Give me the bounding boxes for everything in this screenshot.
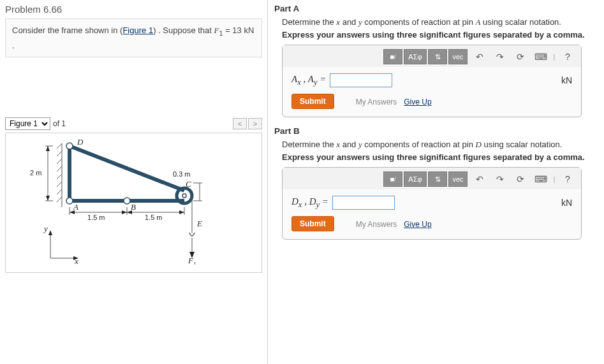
tb-reset-icon[interactable]: ⟳ bbox=[511, 171, 530, 187]
problem-title: Problem 6.66 bbox=[5, 4, 262, 15]
tb-vec-icon[interactable]: vec bbox=[448, 171, 468, 187]
axis-y: y bbox=[43, 224, 48, 233]
part-a-submit-button[interactable]: Submit bbox=[291, 94, 334, 109]
dim-h: 2 m bbox=[30, 169, 41, 177]
svg-marker-30 bbox=[122, 210, 127, 214]
part-a-answer-box: ■√ ΑΣφ ⇅ vec ↶ ↷ ⟳ ⌨ | ? Ax , Ay = kN bbox=[282, 45, 582, 117]
svg-line-10 bbox=[70, 146, 184, 191]
svg-line-8 bbox=[57, 197, 62, 202]
figure-count: of 1 bbox=[53, 119, 66, 128]
svg-line-1 bbox=[57, 143, 62, 149]
label-A: A bbox=[73, 202, 78, 212]
tb-undo-icon[interactable]: ↶ bbox=[470, 49, 489, 64]
tb-greek-icon[interactable]: ΑΣφ bbox=[404, 171, 427, 187]
label-B: B bbox=[131, 202, 136, 212]
tb-keyboard-icon[interactable]: ⌨ bbox=[531, 49, 550, 64]
tb-vec-icon[interactable]: vec bbox=[448, 49, 468, 64]
problem-statement: Consider the frame shown in (Figure 1) .… bbox=[5, 18, 262, 57]
label-C: C bbox=[186, 179, 191, 189]
part-b-give-up[interactable]: Give Up bbox=[404, 220, 431, 229]
label-E: E bbox=[196, 219, 202, 228]
dim-s1: 1.5 m bbox=[87, 214, 105, 221]
part-a: Part A Determine the x and y components … bbox=[274, 4, 598, 117]
dim-t: 0.3 m bbox=[173, 170, 191, 178]
svg-marker-40 bbox=[48, 230, 52, 235]
tb-sep: | bbox=[552, 171, 557, 187]
part-a-instr: Express your answers using three signifi… bbox=[282, 30, 598, 40]
svg-line-5 bbox=[57, 174, 62, 179]
part-b: Part B Determine the x and y components … bbox=[274, 126, 598, 240]
part-b-answer-box: ■√ ΑΣφ ⇅ vec ↶ ↷ ⟳ ⌨ | ? Dx , Dy = kN bbox=[282, 167, 582, 240]
part-a-title: Part A bbox=[274, 4, 598, 13]
tb-greek-icon[interactable]: ΑΣφ bbox=[404, 49, 427, 64]
part-b-input[interactable] bbox=[332, 196, 395, 210]
tb-templates-icon[interactable]: ■√ bbox=[383, 171, 402, 187]
part-b-title: Part B bbox=[274, 126, 598, 136]
problem-dot: . bbox=[12, 41, 15, 50]
tb-undo-icon[interactable]: ↶ bbox=[470, 171, 489, 187]
tb-sep: | bbox=[552, 49, 557, 64]
part-a-desc: Determine the x and y components of reac… bbox=[282, 17, 598, 27]
problem-text-post: ) . Suppose that bbox=[153, 25, 214, 35]
label-D: D bbox=[77, 137, 84, 147]
svg-line-7 bbox=[57, 189, 62, 194]
figure-nav-bar: Figure 1 of 1 < > bbox=[5, 117, 262, 130]
svg-point-18 bbox=[124, 198, 130, 204]
svg-line-6 bbox=[57, 182, 62, 187]
svg-line-2 bbox=[57, 151, 62, 156]
part-b-my-answers: My Answers bbox=[356, 220, 397, 229]
svg-marker-22 bbox=[46, 196, 50, 201]
figure-select[interactable]: Figure 1 bbox=[5, 117, 50, 130]
svg-point-17 bbox=[66, 198, 73, 204]
tb-updown-icon[interactable]: ⇅ bbox=[428, 171, 447, 187]
figure-link[interactable]: Figure 1 bbox=[122, 25, 153, 35]
svg-line-3 bbox=[57, 159, 62, 164]
part-b-desc: Determine the x and y components of reac… bbox=[282, 140, 598, 150]
toolbar-a: ■√ ΑΣφ ⇅ vec ↶ ↷ ⟳ ⌨ | ? bbox=[283, 45, 581, 67]
tb-help-icon[interactable]: ? bbox=[558, 171, 577, 187]
svg-marker-35 bbox=[179, 210, 184, 214]
part-a-input[interactable] bbox=[330, 73, 392, 87]
svg-point-16 bbox=[66, 143, 73, 149]
tb-reset-icon[interactable]: ⟳ bbox=[511, 49, 530, 64]
svg-line-4 bbox=[57, 166, 62, 171]
svg-marker-21 bbox=[46, 146, 50, 151]
part-b-lhs: Dx , Dy = bbox=[291, 196, 328, 210]
toolbar-b: ■√ ΑΣφ ⇅ vec ↶ ↷ ⟳ ⌨ | ? bbox=[283, 168, 581, 189]
tb-redo-icon[interactable]: ↷ bbox=[490, 49, 510, 64]
dim-s2: 1.5 m bbox=[145, 214, 163, 221]
tb-help-icon[interactable]: ? bbox=[558, 49, 577, 64]
svg-point-19 bbox=[182, 194, 186, 198]
figure-panel: 2 m 0.3 m 1.5 m 1.5 m y x bbox=[5, 133, 262, 273]
tb-templates-icon[interactable]: ■√ bbox=[383, 49, 402, 64]
figure-prev-button[interactable]: < bbox=[233, 118, 247, 129]
part-b-submit-button[interactable]: Submit bbox=[291, 216, 334, 231]
axis-x: x bbox=[74, 256, 78, 265]
tb-updown-icon[interactable]: ⇅ bbox=[428, 49, 447, 64]
tb-redo-icon[interactable]: ↷ bbox=[490, 171, 510, 187]
part-a-give-up[interactable]: Give Up bbox=[404, 98, 431, 106]
problem-text-pre: Consider the frame shown in ( bbox=[12, 25, 122, 35]
part-a-lhs: Ax , Ay = bbox=[291, 74, 326, 87]
figure-next-button[interactable]: > bbox=[248, 118, 262, 129]
part-b-unit: kN bbox=[561, 198, 572, 208]
tb-keyboard-icon[interactable]: ⌨ bbox=[531, 171, 550, 187]
part-a-my-answers: My Answers bbox=[356, 98, 397, 106]
label-F1: F1 bbox=[188, 256, 196, 265]
part-a-unit: kN bbox=[561, 75, 572, 85]
part-b-instr: Express your answers using three signifi… bbox=[282, 152, 598, 162]
problem-eq: = 13 kN bbox=[223, 25, 254, 35]
